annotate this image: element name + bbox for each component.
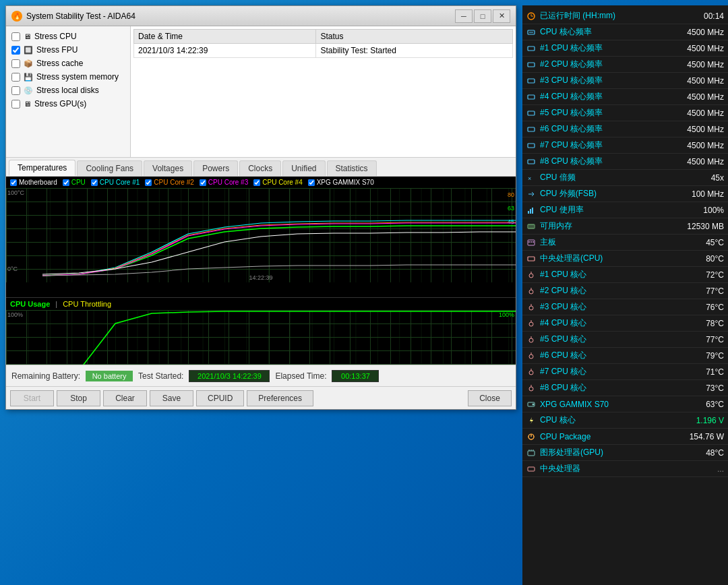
clear-button[interactable]: Clear: [103, 390, 147, 406]
stress-disk-checkbox[interactable]: [11, 86, 20, 95]
legend-cpu-checkbox[interactable]: [63, 179, 69, 186]
main-window: 🔥 System Stability Test - AIDA64 ─ □ ✕ 🖥…: [5, 5, 516, 410]
freq-icon-1: [526, 28, 536, 37]
sensor-row-26: CPU Package 154.76 W: [522, 429, 728, 445]
stress-cpu-label: Stress CPU: [34, 32, 77, 41]
tab-clocks[interactable]: Clocks: [239, 160, 281, 176]
legend-core4: CPU Core #4: [253, 179, 302, 186]
save-button[interactable]: Save: [150, 390, 193, 406]
log-header-status: Status: [316, 30, 513, 44]
svg-text:×: ×: [528, 175, 531, 182]
window-controls: ─ □ ✕: [455, 9, 510, 23]
sensor-21-name: #6 CPU 核心: [540, 350, 670, 361]
core5-temp-icon: [526, 335, 536, 344]
stress-cache-checkbox[interactable]: [11, 59, 20, 68]
sensor-21-value: 79°C: [670, 351, 724, 361]
tab-temperatures[interactable]: Temperatures: [9, 160, 75, 176]
legend-core2-checkbox[interactable]: [145, 179, 152, 186]
svg-point-27: [533, 241, 534, 243]
sensor-15-name: 中央处理器(CPU): [540, 253, 670, 264]
tab-statistics[interactable]: Statistics: [327, 160, 377, 176]
sensor-row-22: #7 CPU 核心 71°C: [522, 364, 728, 380]
fsb-icon: [526, 189, 536, 199]
stress-mem-checkbox[interactable]: [11, 73, 20, 82]
svg-point-35: [529, 322, 533, 326]
legend-motherboard-checkbox[interactable]: [10, 179, 17, 186]
tab-voltages[interactable]: Voltages: [144, 160, 192, 176]
sensor-row-28: 中央处理器 ...: [522, 461, 728, 477]
legend-core2-label: CPU Core #2: [154, 179, 193, 186]
svg-rect-14: [528, 160, 535, 164]
legend-core3-checkbox[interactable]: [200, 179, 206, 186]
freq-icon-2: [526, 44, 536, 53]
svg-point-46: [533, 403, 535, 405]
sensor-7-name: #6 CPU 核心频率: [540, 123, 670, 135]
legend-core4-checkbox[interactable]: [253, 179, 260, 186]
sensor-22-name: #7 CPU 核心: [540, 366, 670, 377]
sensor-row-5: #4 CPU 核心频率 4500 MHz: [522, 89, 728, 105]
svg-rect-0: [6, 188, 516, 282]
legend-core2: CPU Core #2: [145, 179, 193, 186]
sensor-9-value: 4500 MHz: [670, 157, 724, 166]
core6-temp-icon: [526, 351, 536, 361]
stress-gpu-checkbox[interactable]: [11, 100, 20, 109]
sensor-1-value: 4500 MHz: [670, 28, 724, 37]
legend-motherboard: Motherboard: [10, 179, 57, 186]
buttons-bar: Start Stop Clear Save CPUID Preferences …: [6, 386, 516, 409]
temp-chart: Motherboard CPU CPU Core #1 CPU Core #2: [6, 177, 516, 298]
stress-disk-item: 💿 Stress local disks: [11, 86, 125, 95]
board-temp-icon: [526, 238, 536, 247]
sensor-24-value: 63°C: [670, 400, 724, 409]
svg-rect-9: [528, 79, 535, 83]
svg-rect-7: [528, 47, 535, 51]
stress-fpu-checkbox[interactable]: [11, 46, 20, 55]
tab-unified[interactable]: Unified: [282, 160, 325, 176]
ssd-temp-icon: [526, 400, 536, 409]
sensor-10-name: CPU 倍频: [540, 172, 670, 183]
stress-cpu-item: 🖥 Stress CPU: [11, 32, 125, 41]
maximize-button[interactable]: □: [474, 9, 491, 23]
elapsed-value: 00:13:37: [332, 370, 379, 382]
charts-area: Motherboard CPU CPU Core #1 CPU Core #2: [6, 177, 516, 365]
core4-temp-icon: [526, 319, 536, 328]
svg-rect-16: [528, 211, 529, 214]
freq-icon-7: [526, 125, 536, 134]
legend-core3: CPU Core #3: [200, 179, 248, 186]
preferences-button[interactable]: Preferences: [247, 390, 313, 406]
sensor-12-value: 100%: [670, 206, 724, 215]
sensor-9-name: #8 CPU 核心频率: [540, 156, 670, 167]
sensor-row-16: #1 CPU 核心 72°C: [522, 267, 728, 283]
stress-cpu-checkbox[interactable]: [11, 32, 20, 41]
sensor-3-name: #2 CPU 核心频率: [540, 59, 670, 70]
cpu-last-icon: [526, 464, 536, 474]
legend-core1-checkbox[interactable]: [91, 179, 98, 186]
temp-chart-svg: [6, 188, 516, 282]
sensor-2-value: 4500 MHz: [670, 44, 724, 53]
sensor-row-14: 主板 45°C: [522, 235, 728, 251]
freq-icon-9: [526, 157, 536, 166]
start-button[interactable]: Start: [10, 390, 54, 406]
core3-temp-icon: [526, 303, 536, 312]
sensor-26-value: 154.76 W: [670, 432, 724, 441]
sensor-row-8: #7 CPU 核心频率 4500 MHz: [522, 137, 728, 154]
stress-cache-label: Stress cache: [36, 59, 83, 68]
cpu-usage-label: CPU Usage: [10, 300, 50, 308]
usage-chart-svg: [6, 310, 516, 365]
top-section: 🖥 Stress CPU 🔲 Stress FPU 📦 Stress cache…: [6, 26, 516, 158]
legend-xpg-checkbox[interactable]: [308, 179, 315, 186]
tab-powers[interactable]: Powers: [193, 160, 238, 176]
sensor-23-name: #8 CPU 核心: [540, 382, 670, 394]
svg-point-33: [529, 306, 533, 310]
sensor-row-15: 中央处理器(CPU) 80°C: [522, 251, 728, 267]
svg-rect-13: [528, 144, 535, 148]
close-button[interactable]: ✕: [493, 9, 510, 23]
minimize-button[interactable]: ─: [455, 9, 473, 23]
cpuid-button[interactable]: CPUID: [196, 390, 244, 406]
sensor-row-20: #5 CPU 核心 77°C: [522, 332, 728, 348]
temp-time-label: 14:22:39: [6, 274, 516, 281]
tab-cooling-fans[interactable]: Cooling Fans: [77, 160, 142, 176]
close-main-button[interactable]: Close: [468, 390, 512, 406]
stop-button[interactable]: Stop: [57, 390, 100, 406]
svg-point-29: [529, 274, 533, 278]
cpu-throttling-label: CPU Throttling: [63, 300, 111, 308]
